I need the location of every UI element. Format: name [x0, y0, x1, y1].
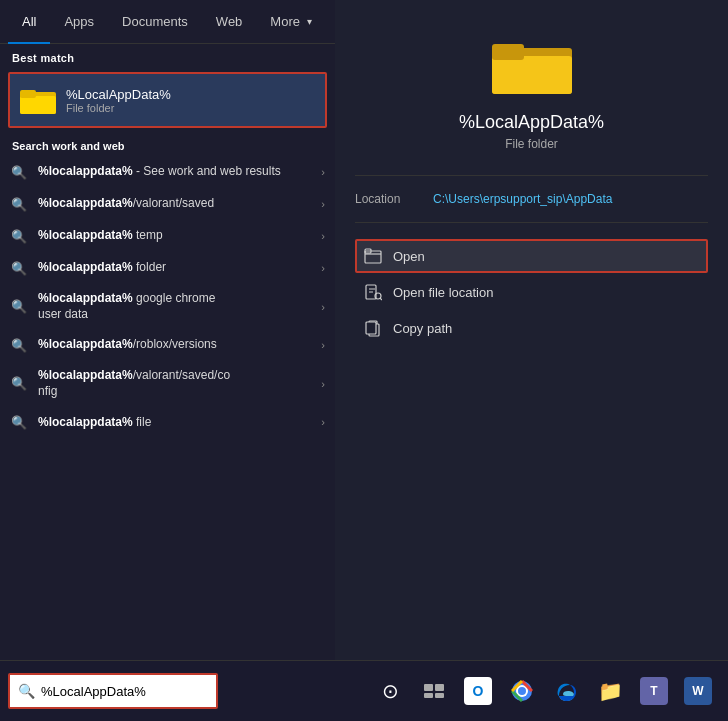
result-text-6: %localappdata%/valorant/saved/config [38, 368, 321, 399]
result-item-6[interactable]: 🔍 %localappdata%/valorant/saved/config › [0, 361, 335, 406]
taskbar-edge-icon[interactable] [552, 677, 580, 705]
file-location-icon [363, 282, 383, 302]
divider-2 [355, 222, 708, 223]
result-text-0: %localappdata% - See work and web result… [38, 164, 321, 180]
best-match-item[interactable]: %LocalAppData% File folder [8, 72, 327, 128]
svg-rect-5 [492, 44, 524, 60]
chevron-right-icon-4: › [321, 301, 325, 313]
tab-apps[interactable]: Apps [50, 0, 108, 44]
search-box-icon: 🔍 [18, 683, 35, 699]
result-item-3[interactable]: 🔍 %localappdata% folder › [0, 252, 335, 284]
best-match-label: Best match [0, 44, 335, 68]
result-item-5[interactable]: 🔍 %localappdata%/roblox/versions › [0, 329, 335, 361]
right-panel: %LocalAppData% File folder Location C:\U… [335, 0, 728, 660]
chevron-right-icon-0: › [321, 166, 325, 178]
left-panel: All Apps Documents Web More ▾ 👤 Best mat… [0, 0, 335, 721]
tab-more[interactable]: More ▾ [256, 0, 326, 44]
search-icon-3: 🔍 [10, 259, 28, 277]
svg-rect-13 [435, 684, 444, 691]
result-text-5: %localappdata%/roblox/versions [38, 337, 321, 353]
taskbar: 🔍 %LocalAppData% ⊙ O [0, 660, 728, 721]
taskbar-word-icon[interactable]: W [684, 677, 712, 705]
search-icon-0: 🔍 [10, 163, 28, 181]
result-item-7[interactable]: 🔍 %localappdata% file › [0, 406, 335, 438]
search-input-value[interactable]: %LocalAppData% [41, 684, 146, 699]
action-open-file-location[interactable]: Open file location [355, 275, 708, 309]
result-text-2: %localappdata% temp [38, 228, 321, 244]
taskbar-chrome-icon[interactable] [508, 677, 536, 705]
svg-point-18 [518, 687, 526, 695]
search-icon-4: 🔍 [10, 298, 28, 316]
tabs-bar: All Apps Documents Web More ▾ 👤 [0, 0, 335, 44]
chevron-right-icon-7: › [321, 416, 325, 428]
location-label: Location [355, 192, 425, 206]
folder-icon-large [492, 30, 572, 100]
results-list: 🔍 %localappdata% - See work and web resu… [0, 156, 335, 438]
tab-documents[interactable]: Documents [108, 0, 202, 44]
open-folder-icon [363, 246, 383, 266]
svg-rect-1 [20, 96, 56, 114]
taskbar-teams-icon[interactable]: T [640, 677, 668, 705]
result-item-2[interactable]: 🔍 %localappdata% temp › [0, 220, 335, 252]
taskbar-outlook-icon[interactable]: O [464, 677, 492, 705]
taskbar-circle-icon[interactable]: ⊙ [376, 677, 404, 705]
chevron-right-icon-1: › [321, 198, 325, 210]
tab-all[interactable]: All [8, 0, 50, 44]
search-box[interactable]: 🔍 %LocalAppData% [8, 673, 218, 709]
tab-web[interactable]: Web [202, 0, 257, 44]
search-icon-2: 🔍 [10, 227, 28, 245]
action-open-label: Open [393, 249, 425, 264]
taskbar-taskview-icon[interactable] [420, 677, 448, 705]
result-text-4: %localappdata% google chromeuser data [38, 291, 321, 322]
result-text-3: %localappdata% folder [38, 260, 321, 276]
action-open[interactable]: Open [355, 239, 708, 273]
search-work-web-label: Search work and web [0, 132, 335, 156]
action-copy-path[interactable]: Copy path [355, 311, 708, 345]
chevron-right-icon-2: › [321, 230, 325, 242]
svg-rect-4 [492, 56, 572, 94]
chevron-down-icon: ▾ [307, 16, 312, 27]
action-copy-path-label: Copy path [393, 321, 452, 336]
result-text-7: %localappdata% file [38, 415, 321, 431]
result-text-1: %localappdata%/valorant/saved [38, 196, 321, 212]
result-item-0[interactable]: 🔍 %localappdata% - See work and web resu… [0, 156, 335, 188]
taskbar-icons: ⊙ O [376, 677, 712, 705]
result-item-4[interactable]: 🔍 %localappdata% google chromeuser data … [0, 284, 335, 329]
search-icon-6: 🔍 [10, 375, 28, 393]
chevron-right-icon-5: › [321, 339, 325, 351]
taskbar-explorer-icon[interactable]: 📁 [596, 677, 624, 705]
chevron-right-icon-3: › [321, 262, 325, 274]
search-icon-7: 🔍 [10, 413, 28, 431]
chevron-right-icon-6: › [321, 378, 325, 390]
svg-rect-14 [424, 693, 433, 698]
action-open-file-location-label: Open file location [393, 285, 493, 300]
action-list: Open Open file location [355, 239, 708, 347]
svg-rect-2 [20, 90, 36, 98]
search-icon-1: 🔍 [10, 195, 28, 213]
svg-rect-15 [435, 693, 444, 698]
search-icon-5: 🔍 [10, 336, 28, 354]
folder-icon-small [20, 82, 56, 118]
divider [355, 175, 708, 176]
best-match-title: %LocalAppData% [66, 87, 171, 102]
svg-rect-12 [424, 684, 433, 691]
location-row: Location C:\Users\erpsupport_sip\AppData [355, 192, 708, 206]
copy-icon [363, 318, 383, 338]
best-match-subtitle: File folder [66, 102, 171, 114]
right-panel-title: %LocalAppData% [459, 112, 604, 133]
location-value[interactable]: C:\Users\erpsupport_sip\AppData [433, 192, 612, 206]
svg-rect-11 [366, 322, 376, 334]
result-item-1[interactable]: 🔍 %localappdata%/valorant/saved › [0, 188, 335, 220]
right-panel-subtitle: File folder [505, 137, 558, 151]
